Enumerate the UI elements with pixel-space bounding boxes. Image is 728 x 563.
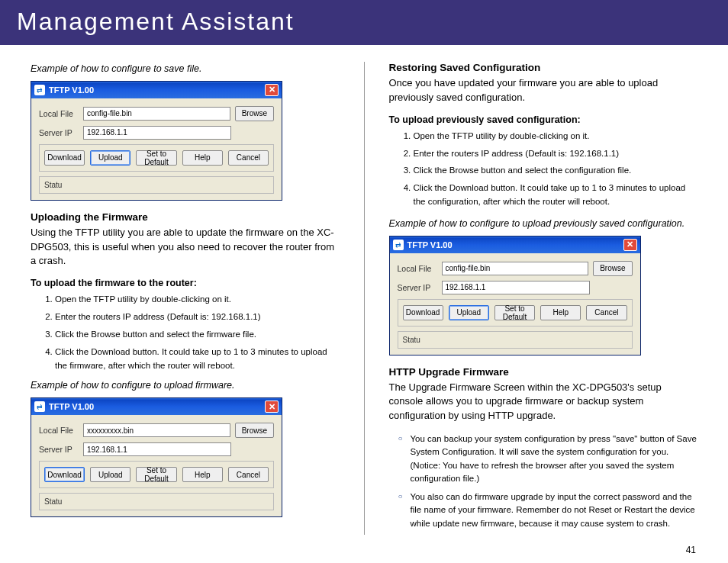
cfg-steps: Open the TFTP utility by double-clicking… xyxy=(389,130,698,209)
http-bullets: You can backup your system configuration… xyxy=(389,433,698,530)
server-ip-label: Server IP xyxy=(398,283,437,292)
step: Enter the routers IP address (Default is… xyxy=(55,310,340,324)
titlebar: ⇄ TFTP V1.00 ✕ xyxy=(390,236,640,253)
fw-steps: Open the TFTP utility by double-clicking… xyxy=(31,293,340,372)
status-label: Statu xyxy=(39,176,274,194)
server-ip-label: Server IP xyxy=(39,128,79,137)
download-button[interactable]: Download xyxy=(403,305,443,320)
titlebar: ⇄ TFTP V1.00 ✕ xyxy=(31,82,282,98)
window-title: TFTP V1.00 xyxy=(49,402,265,411)
step: Click the Browse button and select the c… xyxy=(414,164,698,178)
cancel-button[interactable]: Cancel xyxy=(228,150,269,166)
caption-save-file: Example of how to configure to save file… xyxy=(31,62,340,76)
app-icon: ⇄ xyxy=(34,85,45,95)
app-icon: ⇄ xyxy=(34,401,45,412)
local-file-input[interactable] xyxy=(442,262,589,275)
page-number: 41 xyxy=(686,545,696,555)
tftp-window-fw: ⇄ TFTP V1.00 ✕ Local File Browse Server … xyxy=(31,397,282,517)
bullet: You also can do firmware upgrade by inpu… xyxy=(400,491,698,530)
server-ip-input[interactable] xyxy=(442,281,590,294)
close-icon[interactable]: ✕ xyxy=(265,401,279,413)
caption-upload-fw: Example of how to configure to upload fi… xyxy=(31,378,340,393)
local-file-input[interactable] xyxy=(83,107,230,121)
fw-sub-heading: To upload the firmware to the router: xyxy=(31,278,340,288)
step: Open the TFTP utility by double-clicking… xyxy=(55,293,340,307)
set-default-button[interactable]: Set to Default xyxy=(136,467,176,482)
browse-button[interactable]: Browse xyxy=(593,261,632,276)
http-upgrade-body: The Upgrade Firmware Screen within the X… xyxy=(389,381,698,424)
download-button[interactable]: Download xyxy=(44,150,85,166)
app-icon: ⇄ xyxy=(393,240,404,250)
browse-button[interactable]: Browse xyxy=(235,106,274,121)
http-upgrade-title: HTTP Upgrade Firmware xyxy=(389,366,698,378)
set-default-button[interactable]: Set to Default xyxy=(136,150,176,166)
tftp-window-cfg: ⇄ TFTP V1.00 ✕ Local File Browse Server … xyxy=(389,236,641,355)
step: Enter the routers IP address (Default is… xyxy=(414,147,698,161)
cancel-button[interactable]: Cancel xyxy=(228,467,269,482)
bullet: You can backup your system configuration… xyxy=(400,433,698,485)
step: Open the TFTP utility by double-clicking… xyxy=(414,130,698,143)
restoring-body: Once you have updated your firmware you … xyxy=(389,76,698,105)
uploading-firmware-title: Uploading the Firmware xyxy=(31,211,340,223)
server-ip-input[interactable] xyxy=(83,442,231,456)
titlebar: ⇄ TFTP V1.00 ✕ xyxy=(31,398,282,415)
status-label: Statu xyxy=(398,331,633,349)
cancel-button[interactable]: Cancel xyxy=(586,305,627,320)
column-divider xyxy=(364,62,365,535)
help-button[interactable]: Help xyxy=(182,150,223,166)
right-column: Restoring Saved Configuration Once you h… xyxy=(389,62,698,536)
local-file-label: Local File xyxy=(39,109,79,118)
local-file-input[interactable] xyxy=(83,423,230,437)
server-ip-input[interactable] xyxy=(83,126,231,140)
upload-button[interactable]: Upload xyxy=(90,150,130,166)
left-column: Example of how to configure to save file… xyxy=(31,62,340,536)
tftp-window-save: ⇄ TFTP V1.00 ✕ Local File Browse Server … xyxy=(31,81,282,201)
local-file-label: Local File xyxy=(39,426,79,435)
content-area: Example of how to configure to save file… xyxy=(0,45,728,536)
local-file-label: Local File xyxy=(398,264,437,273)
set-default-button[interactable]: Set to Default xyxy=(494,305,535,320)
step: Click the Download button. It could take… xyxy=(55,346,340,373)
download-button[interactable]: Download xyxy=(44,467,85,482)
help-button[interactable]: Help xyxy=(540,305,581,320)
caption-upload-cfg: Example of how to configure to upload pr… xyxy=(389,217,698,231)
close-icon[interactable]: ✕ xyxy=(265,84,279,96)
page-header: Management Assistant xyxy=(0,0,728,45)
window-title: TFTP V1.00 xyxy=(407,240,623,249)
upload-button[interactable]: Upload xyxy=(449,305,489,320)
step: Click the Download button. It could take… xyxy=(414,182,698,209)
browse-button[interactable]: Browse xyxy=(235,423,274,438)
window-title: TFTP V1.00 xyxy=(49,85,265,95)
server-ip-label: Server IP xyxy=(39,445,79,454)
upload-button[interactable]: Upload xyxy=(90,467,130,482)
restoring-title: Restoring Saved Configuration xyxy=(389,62,698,73)
close-icon[interactable]: ✕ xyxy=(623,239,637,251)
page-title: Management Assistant xyxy=(17,8,295,35)
help-button[interactable]: Help xyxy=(182,467,223,482)
status-label: Statu xyxy=(39,493,274,510)
cfg-sub-heading: To upload previously saved configuration… xyxy=(389,114,698,125)
step: Click the Browse button and select the f… xyxy=(55,328,340,342)
uploading-firmware-body: Using the TFTP utility you are able to u… xyxy=(31,226,340,269)
